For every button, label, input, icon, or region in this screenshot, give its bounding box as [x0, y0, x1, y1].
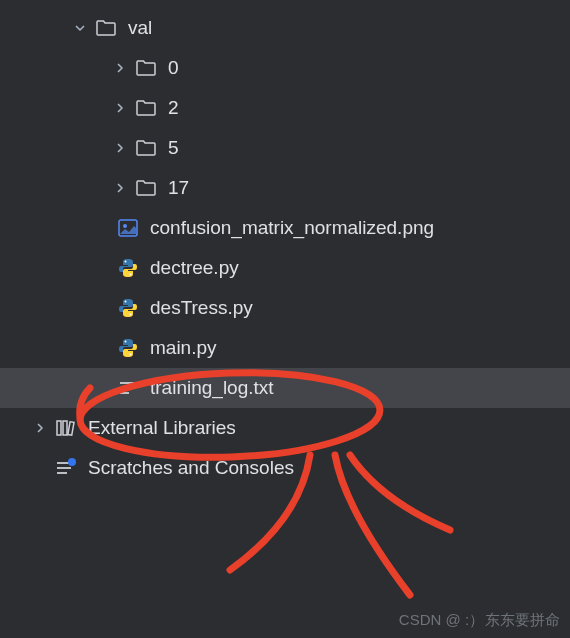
file-dectree[interactable]: dectree.py: [0, 248, 570, 288]
item-label: Scratches and Consoles: [88, 457, 294, 479]
folder-label: 2: [168, 97, 179, 119]
scratches-icon: [54, 456, 78, 480]
chevron-right-icon: [110, 102, 130, 114]
svg-point-2: [125, 261, 127, 263]
svg-rect-12: [63, 421, 67, 435]
item-label: External Libraries: [88, 417, 236, 439]
svg-point-4: [125, 301, 127, 303]
folder-label: 5: [168, 137, 179, 159]
file-label: training_log.txt: [150, 377, 274, 399]
folder-val[interactable]: val: [0, 8, 570, 48]
folder-label: val: [128, 17, 152, 39]
file-confusion-matrix[interactable]: confusion_matrix_normalized.png: [0, 208, 570, 248]
library-icon: [54, 416, 78, 440]
folder-label: 0: [168, 57, 179, 79]
folder-17[interactable]: 17: [0, 168, 570, 208]
svg-point-6: [125, 341, 127, 343]
folder-icon: [134, 176, 158, 200]
python-file-icon: [116, 296, 140, 320]
svg-point-5: [130, 314, 132, 316]
chevron-right-icon: [30, 422, 50, 434]
svg-point-3: [130, 274, 132, 276]
file-label: main.py: [150, 337, 217, 359]
file-destress[interactable]: desTress.py: [0, 288, 570, 328]
svg-rect-11: [57, 421, 61, 435]
chevron-right-icon: [110, 142, 130, 154]
chevron-right-icon: [110, 62, 130, 74]
svg-point-1: [123, 224, 127, 228]
folder-5[interactable]: 5: [0, 128, 570, 168]
python-file-icon: [116, 336, 140, 360]
file-label: confusion_matrix_normalized.png: [150, 217, 434, 239]
file-label: dectree.py: [150, 257, 239, 279]
folder-icon: [94, 16, 118, 40]
file-training-log[interactable]: training_log.txt: [0, 368, 570, 408]
folder-icon: [134, 136, 158, 160]
folder-icon: [134, 96, 158, 120]
python-file-icon: [116, 256, 140, 280]
watermark: CSDN @ :） 东东要拼命: [399, 611, 560, 630]
folder-label: 17: [168, 177, 189, 199]
folder-0[interactable]: 0: [0, 48, 570, 88]
chevron-down-icon: [70, 22, 90, 34]
external-libraries[interactable]: External Libraries: [0, 408, 570, 448]
folder-icon: [134, 56, 158, 80]
file-main[interactable]: main.py: [0, 328, 570, 368]
folder-2[interactable]: 2: [0, 88, 570, 128]
scratches-and-consoles[interactable]: Scratches and Consoles: [0, 448, 570, 488]
chevron-right-icon: [110, 182, 130, 194]
project-tree: val 0 2 5 17: [0, 0, 570, 488]
svg-rect-13: [68, 422, 74, 435]
svg-point-7: [130, 354, 132, 356]
svg-point-17: [68, 458, 76, 466]
image-file-icon: [116, 216, 140, 240]
file-label: desTress.py: [150, 297, 253, 319]
text-file-icon: [116, 376, 140, 400]
